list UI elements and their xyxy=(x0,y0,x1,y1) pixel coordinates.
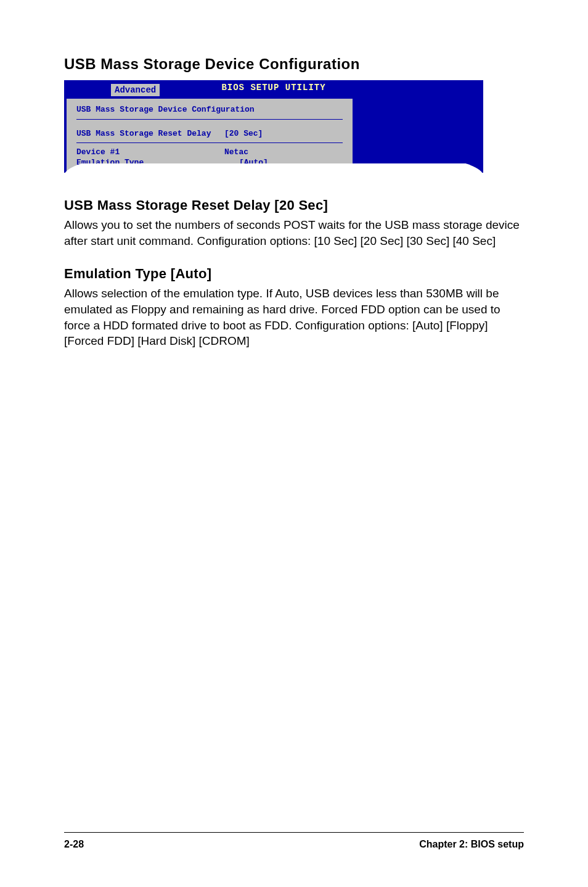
bios-screenshot-panel: Advanced BIOS SETUP UTILITY USB Mass Sto… xyxy=(64,80,483,173)
page-heading: USB Mass Storage Device Configuration xyxy=(64,56,526,73)
bios-right-pane xyxy=(353,99,483,173)
bios-left-pane: USB Mass Storage Device Configuration US… xyxy=(64,99,353,173)
chapter-label: Chapter 2: BIOS setup xyxy=(419,839,524,850)
bios-tab-advanced: Advanced xyxy=(111,84,160,96)
body-text-reset-delay: Allows you to set the numbers of seconds… xyxy=(64,217,526,249)
body-text-emulation: Allows selection of the emulation type. … xyxy=(64,286,526,349)
bios-label: Device #1 xyxy=(76,147,224,157)
bios-titlebar: Advanced BIOS SETUP UTILITY xyxy=(64,80,483,99)
bios-row-reset-delay: USB Mass Storage Reset Delay [20 Sec] xyxy=(76,128,343,139)
bios-value: [20 Sec] xyxy=(224,129,343,138)
bios-row-device: Device #1 Netac xyxy=(76,147,343,157)
bios-body: USB Mass Storage Device Configuration US… xyxy=(64,99,483,173)
subheading-reset-delay: USB Mass Storage Reset Delay [20 Sec] xyxy=(64,197,526,213)
bios-divider xyxy=(76,142,343,143)
bios-value: Netac xyxy=(224,147,343,157)
page-number: 2-28 xyxy=(64,839,84,850)
bios-panel-title: USB Mass Storage Device Configuration xyxy=(76,105,343,120)
bios-utility-title: BIOS SETUP UTILITY xyxy=(221,83,325,93)
page-footer: 2-28 Chapter 2: BIOS setup xyxy=(0,832,588,850)
subheading-emulation: Emulation Type [Auto] xyxy=(64,266,526,282)
bios-label: USB Mass Storage Reset Delay xyxy=(76,129,224,138)
bios-bottom-curve xyxy=(64,163,483,182)
